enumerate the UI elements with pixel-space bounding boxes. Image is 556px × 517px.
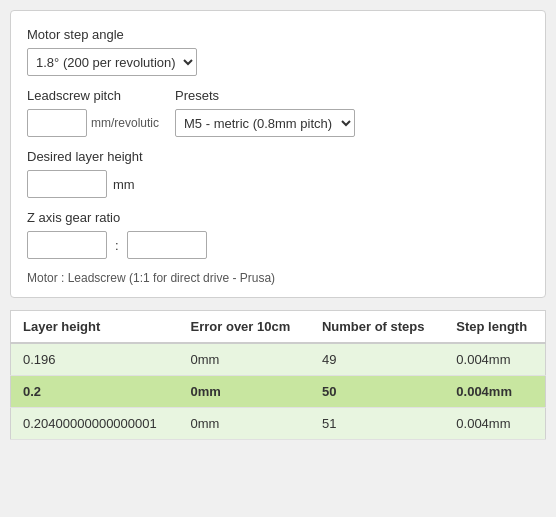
cell-layer-height: 0.196 <box>11 343 179 376</box>
ratio-colon: : <box>113 238 121 253</box>
col-layer-height: Layer height <box>11 311 179 344</box>
z-axis-gear-ratio-label: Z axis gear ratio <box>27 210 529 225</box>
cell-error: 0mm <box>179 408 310 440</box>
desired-layer-height-row: 0.2 mm <box>27 170 529 198</box>
gear-ratio-left-input[interactable]: 1 <box>27 231 107 259</box>
cell-step-length: 0.004mm <box>444 408 545 440</box>
presets-label: Presets <box>175 88 355 103</box>
cell-step-length: 0.004mm <box>444 343 545 376</box>
z-axis-gear-ratio-group: Z axis gear ratio 1 : 1 <box>27 210 529 259</box>
motor-step-angle-label: Motor step angle <box>27 27 529 42</box>
motor-step-angle-group: Motor step angle 1.8° (200 per revolutio… <box>27 27 529 76</box>
cell-layer-height: 0.20400000000000001 <box>11 408 179 440</box>
gear-ratio-right-input[interactable]: 1 <box>127 231 207 259</box>
desired-layer-height-label: Desired layer height <box>27 149 529 164</box>
leadscrew-presets-row: Leadscrew pitch 0.8 mm/revolutic Presets… <box>27 88 529 137</box>
presets-select[interactable]: M5 - metric (0.8mm pitch) M8 - metric (1… <box>175 109 355 137</box>
main-container: Motor step angle 1.8° (200 per revolutio… <box>10 10 546 440</box>
table-row: 0.196 0mm 49 0.004mm <box>11 343 546 376</box>
col-steps: Number of steps <box>310 311 444 344</box>
table-header-row: Layer height Error over 10cm Number of s… <box>11 311 546 344</box>
table-row: 0.20400000000000001 0mm 51 0.004mm <box>11 408 546 440</box>
cell-steps: 50 <box>310 376 444 408</box>
leadscrew-pitch-input[interactable]: 0.8 <box>27 109 87 137</box>
cell-error: 0mm <box>179 376 310 408</box>
col-step-length: Step length <box>444 311 545 344</box>
results-table: Layer height Error over 10cm Number of s… <box>10 310 546 440</box>
form-section: Motor step angle 1.8° (200 per revolutio… <box>10 10 546 298</box>
desired-layer-height-unit: mm <box>113 177 135 192</box>
table-row: 0.2 0mm 50 0.004mm <box>11 376 546 408</box>
leadscrew-pitch-label: Leadscrew pitch <box>27 88 159 103</box>
col-error: Error over 10cm <box>179 311 310 344</box>
cell-steps: 51 <box>310 408 444 440</box>
gear-ratio-note: Motor : Leadscrew (1:1 for direct drive … <box>27 271 529 285</box>
cell-step-length: 0.004mm <box>444 376 545 408</box>
z-axis-gear-ratio-row: 1 : 1 <box>27 231 529 259</box>
motor-step-angle-select[interactable]: 1.8° (200 per revolution) 0.9° (400 per … <box>27 48 197 76</box>
motor-step-angle-row: 1.8° (200 per revolution) 0.9° (400 per … <box>27 48 529 76</box>
cell-layer-height: 0.2 <box>11 376 179 408</box>
leadscrew-col: Leadscrew pitch 0.8 mm/revolutic <box>27 88 159 137</box>
desired-layer-height-input[interactable]: 0.2 <box>27 170 107 198</box>
leadscrew-unit: mm/revolutic <box>91 116 159 130</box>
desired-layer-height-group: Desired layer height 0.2 mm <box>27 149 529 198</box>
cell-steps: 49 <box>310 343 444 376</box>
presets-col: Presets M5 - metric (0.8mm pitch) M8 - m… <box>175 88 355 137</box>
cell-error: 0mm <box>179 343 310 376</box>
